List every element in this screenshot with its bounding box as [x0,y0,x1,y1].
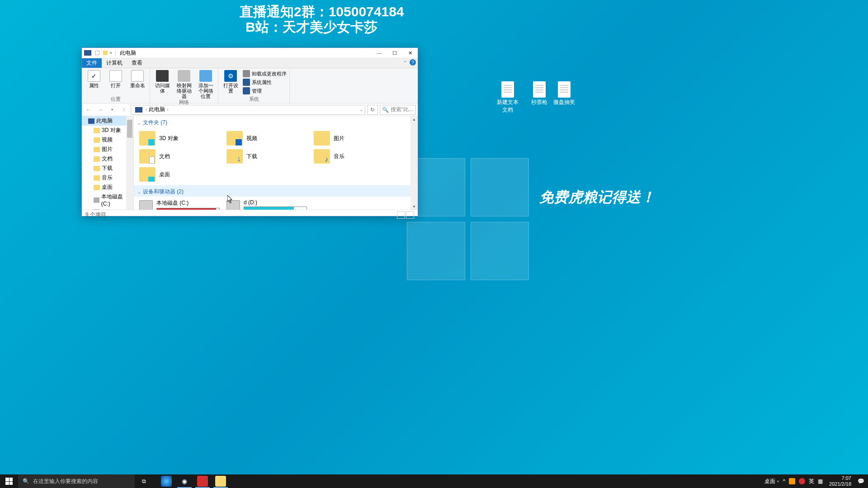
task-view-button[interactable]: ⧉ [135,474,153,488]
nav-drive-d[interactable]: d (D:) [82,208,133,210]
ribbon-group-location: 位置 [85,96,147,103]
taskbar-app-browser[interactable] [157,474,175,488]
media-button[interactable]: 访问媒体 [153,69,172,94]
folder-pictures[interactable]: 图片 [312,129,399,147]
drive-icon [139,200,153,210]
desktop-icon-app2[interactable]: 微盘抽奖 [552,81,577,106]
nav-recent-button[interactable]: ▾ [107,105,117,115]
taskbar-search[interactable]: 🔍在这里输入你要搜索的内容 [18,474,135,488]
help-icon[interactable]: ? [410,59,416,66]
nav-drive-c[interactable]: 本地磁盘 (C:) [82,192,133,208]
group-folders-header[interactable]: ⌄文件夹 (7) [134,116,418,127]
tab-view[interactable]: 查看 [127,58,147,68]
folder-documents[interactable]: 文档 [137,147,225,165]
notifications-icon[interactable]: 💬 [858,478,864,484]
wallpaper-logo [407,158,529,280]
explorer-window: ▾ | 此电脑 — ☐ ✕ 文件 计算机 查看 ⌃ ? ✓属性 打开 重命名 位… [81,47,418,216]
manage-button[interactable]: 管理 [243,87,287,94]
breadcrumb-root[interactable]: 此电脑 [149,106,165,113]
tray-icon-1[interactable] [789,478,795,484]
system-tray: 桌面 ▾ ^ 英 ▦ 7:07 2021/2/18 💬 [761,474,868,488]
address-bar[interactable]: › 此电脑 › ⌄ [131,105,365,115]
nav-documents[interactable]: 文档 [82,154,133,164]
pc-icon [135,107,142,113]
tray-chevron-icon[interactable]: ^ [783,478,785,484]
statusbar: 9 个项目 [82,210,418,220]
minimize-button[interactable]: — [372,48,387,58]
nav-music[interactable]: 音乐 [82,173,133,183]
tab-file[interactable]: 文件 [82,58,102,68]
ribbon: ✓属性 打开 重命名 位置 访问媒体 映射网络驱动器 添加一个网络位置 网络 ⚙… [82,68,418,103]
folder-videos[interactable]: 视频 [225,129,312,147]
nav-back-button[interactable]: ← [84,105,94,115]
nav-3dobjects[interactable]: 3D 对象 [82,126,133,135]
tray-icon-2[interactable] [799,478,805,484]
search-icon: 🔍 [382,107,389,113]
taskview-icon: ⧉ [142,478,146,484]
pc-icon [84,50,91,56]
address-row: ← → ▾ ↑ › 此电脑 › ⌄ ↻ 🔍搜索"此... [82,103,418,116]
overlay-text-3: 免费虎粮记得送！ [539,188,655,207]
nav-downloads[interactable]: 下载 [82,164,133,173]
drive-d[interactable]: d (D:) [225,198,312,210]
sysprops-button[interactable]: 系统属性 [243,79,287,86]
taskbar-app-steam[interactable]: ◉ [175,474,193,488]
open-button[interactable]: 打开 [106,69,125,88]
maximize-button[interactable]: ☐ [387,48,402,58]
content-scrollbar[interactable]: ▲▼ [410,116,418,210]
navigation-pane: 此电脑 3D 对象 视频 图片 文档 下载 音乐 桌面 本地磁盘 (C:) d … [82,116,134,210]
start-button[interactable] [0,474,18,488]
tray-desktop-label[interactable]: 桌面 [764,478,775,485]
view-details-button[interactable] [397,211,405,219]
qat-icon-1[interactable] [95,51,99,55]
status-text: 9 个项目 [85,211,106,219]
search-icon: 🔍 [23,478,29,484]
window-title: 此电脑 [120,49,136,57]
desktop-icon-app1[interactable]: 秒票枪 [527,81,552,106]
ribbon-tabs: 文件 计算机 查看 ⌃ ? [82,58,418,68]
nav-videos[interactable]: 视频 [82,135,133,145]
ribbon-group-system: 系统 [221,96,287,103]
titlebar[interactable]: ▾ | 此电脑 — ☐ ✕ [82,48,418,58]
clock[interactable]: 7:07 2021/2/18 [826,474,854,488]
close-button[interactable]: ✕ [402,48,418,58]
rename-button[interactable]: 重命名 [128,69,147,88]
taskbar-app-voice[interactable] [193,474,212,488]
mapdrive-button[interactable]: 映射网络驱动器 [175,69,193,99]
nav-scrollbar[interactable] [126,116,133,210]
taskbar-app-explorer[interactable] [212,474,230,488]
nav-pictures[interactable]: 图片 [82,145,133,154]
drive-c[interactable]: 本地磁盘 (C:) [137,198,225,210]
drive-icon [226,200,240,210]
nav-desktop[interactable]: 桌面 [82,183,133,192]
view-icons-button[interactable] [406,211,414,219]
nav-thispc[interactable]: 此电脑 [82,116,133,126]
refresh-button[interactable]: ↻ [367,105,378,115]
ribbon-collapse-icon[interactable]: ⌃ [403,60,407,65]
addloc-button[interactable]: 添加一个网络位置 [196,69,215,99]
opensettings-button[interactable]: ⚙打开设置 [221,69,240,94]
properties-button[interactable]: ✓属性 [85,69,104,88]
overlay-text-2: B站：天才美少女卡莎 [245,18,377,37]
content-pane: ⌄文件夹 (7) 3D 对象 视频 图片 文档 ↓下载 ♪音乐 桌面 ⌄设备和驱… [134,116,418,210]
search-input[interactable]: 🔍搜索"此... [380,105,416,115]
qat-icon-2[interactable] [103,51,108,55]
ime-lang[interactable]: 英 [809,478,814,485]
folder-music[interactable]: ♪音乐 [312,147,399,165]
taskbar: 🔍在这里输入你要搜索的内容 ⧉ ◉ 桌面 ▾ ^ 英 ▦ 7:07 2021/2… [0,474,868,488]
folder-desktop[interactable]: 桌面 [137,165,225,183]
nav-up-button[interactable]: ↑ [119,105,129,115]
uninstall-button[interactable]: 卸载或更改程序 [243,70,287,77]
tab-computer[interactable]: 计算机 [102,58,127,68]
folder-downloads[interactable]: ↓下载 [225,147,312,165]
ime-mode[interactable]: ▦ [818,478,823,484]
desktop-icon-textdoc[interactable]: 新建文本文档 [495,81,520,114]
nav-forward-button[interactable]: → [95,105,105,115]
folder-3dobjects[interactable]: 3D 对象 [137,129,225,147]
group-drives-header[interactable]: ⌄设备和驱动器 (2) [134,185,418,197]
